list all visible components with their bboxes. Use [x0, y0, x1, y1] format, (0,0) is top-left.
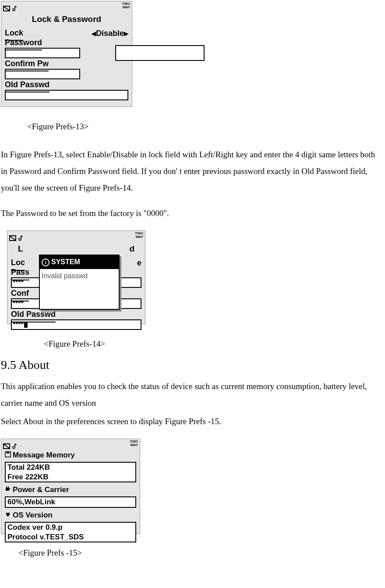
device-header: TWO WAY	[1, 439, 140, 449]
info-icon: i	[42, 259, 49, 266]
power-carrier-label: Power & Carrier	[1, 483, 140, 497]
power-carrier-box: 60%,WebLink	[5, 496, 136, 507]
popup-title-bar: i SYSTEM	[40, 255, 119, 269]
lock-value-spinner[interactable]: ◀Disable▶	[92, 26, 128, 40]
screen-title: Lock & Password	[1, 12, 132, 27]
title-fragment-right: d	[129, 241, 134, 256]
popup-body-text: Invalid passwd	[40, 269, 119, 309]
os-line-1: Codex ver 0.9.p	[7, 523, 134, 532]
floating-empty-box	[115, 45, 205, 61]
figure-prefs-15: TWO WAY Message Memory Total 224KB Free …	[1, 439, 140, 534]
music-note-icon	[12, 2, 17, 16]
memory-free: Free 222KB	[7, 472, 134, 482]
title-fragment-left: L	[18, 241, 23, 256]
screen-icon	[3, 2, 11, 16]
confirm-pw-label: Confirm Pw	[5, 57, 49, 71]
two-way-indicator: TWO WAY	[130, 440, 138, 447]
memory-total: Total 224KB	[7, 463, 134, 472]
lock-value: Disable	[96, 29, 124, 38]
system-popup: i SYSTEM Invalid passwd	[39, 255, 120, 310]
message-memory-label: Message Memory	[1, 449, 140, 462]
old-passwd-label: Old Passwd	[5, 78, 49, 92]
figure-14-caption: <Figure Prefs-14>	[44, 337, 385, 351]
body-paragraph-1: In Figure Prefs-13, select Enable/Disabl…	[1, 146, 382, 196]
floppy-icon	[5, 449, 11, 462]
text-cursor	[24, 322, 28, 328]
two-way-indicator: TWO WAY	[122, 2, 130, 9]
body-paragraph-4: Select About in the preferences screen t…	[1, 413, 382, 430]
left-arrow-icon[interactable]: ◀	[92, 30, 96, 37]
message-memory-box: Total 224KB Free 222KB	[5, 462, 136, 482]
popup-title-text: SYSTEM	[51, 256, 80, 269]
body-paragraph-2: The Password to be set from the factory …	[1, 205, 382, 222]
heart-icon	[5, 509, 11, 522]
os-version-label: OS Version	[1, 509, 140, 522]
figure-13-caption: <Figure Prefs-13>	[27, 119, 385, 134]
figure-15-caption: <Figure Prefs -15>	[18, 545, 385, 560]
os-version-box: Codex ver 0.9.p Protocol v.TEST_SDS	[5, 522, 136, 542]
two-way-indicator: TWO WAY	[135, 232, 143, 239]
svg-rect-4	[7, 452, 9, 453]
power-carrier-value: 60%,WebLink	[7, 497, 134, 507]
os-line-2: Protocol v.TEST_SDS	[7, 532, 134, 542]
password-label: Password	[5, 35, 42, 50]
plug-icon	[5, 483, 11, 497]
lock-value-tail: e	[137, 256, 141, 270]
body-paragraph-3: This application enables you to check th…	[1, 378, 382, 411]
device-header: TWO WAY	[1, 1, 132, 11]
device-header: TWO WAY	[7, 231, 145, 241]
section-heading-about: 9.5 About	[1, 354, 385, 376]
figure-prefs-14: TWO WAY L d Loc e Pass **** Conf **** Ol…	[7, 230, 145, 324]
svg-rect-5	[6, 488, 9, 491]
figure-prefs-13: TWO WAY Lock & Password Lock ◀Disable▶ P…	[1, 1, 132, 107]
right-arrow-icon[interactable]: ▶	[124, 30, 128, 37]
